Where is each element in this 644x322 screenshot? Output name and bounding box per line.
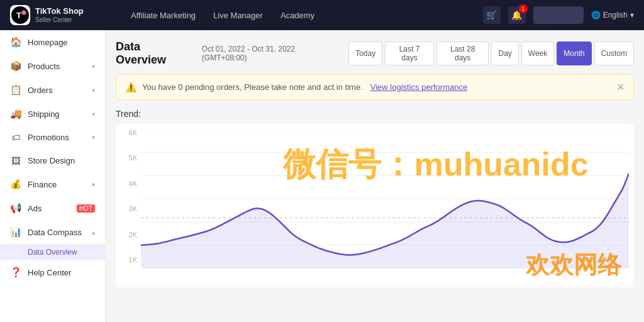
nav-shop-icon[interactable]: 🛒	[483, 6, 501, 24]
sidebar-item-finance[interactable]: 💰 Finance ▾	[0, 172, 105, 196]
y-label-1k: 1K	[116, 256, 141, 264]
top-nav: T TikTok Shop Seller Center Affiliate Ma…	[0, 0, 644, 30]
logo-area: T TikTok Shop Seller Center	[10, 5, 111, 25]
chevron-down-icon: ▾	[92, 181, 95, 188]
nav-right: 🛒 🔔 1 🌐 English ▾	[483, 6, 634, 24]
y-label-6k: 6K	[116, 129, 141, 136]
sidebar-item-ads[interactable]: 📢 Ads HOT	[0, 196, 105, 220]
home-icon: 🏠	[10, 36, 21, 48]
sidebar-label: Finance	[28, 180, 86, 189]
data-compass-icon: 📊	[10, 226, 21, 238]
alert-text: You have 0 pending orders, Please take n…	[142, 82, 363, 92]
y-label-4k: 4K	[116, 180, 141, 187]
orders-icon: 📋	[10, 84, 21, 96]
notification-badge: 1	[519, 4, 528, 13]
y-label-5k: 5K	[116, 154, 141, 162]
alert-link[interactable]: View logistics performance	[370, 82, 467, 92]
sidebar-label: Data Compass	[28, 228, 86, 237]
period-btn-last7[interactable]: Last 7 days	[385, 42, 434, 65]
brand-name: TikTok Shop	[35, 6, 84, 16]
shipping-icon: 🚚	[10, 108, 21, 119]
date-range: Oct 01, 2022 - Oct 31, 2022 (GMT+08:00)	[202, 45, 338, 62]
period-btn-month[interactable]: Month	[557, 42, 591, 65]
finance-icon: 💰	[10, 179, 21, 190]
sidebar-item-store-design[interactable]: 🖼 Store Design	[0, 149, 105, 172]
lang-label: English	[603, 11, 628, 19]
brand-sub: Seller Center	[35, 16, 84, 24]
period-btn-custom[interactable]: Custom	[594, 42, 634, 65]
sidebar-label: Store Design	[28, 156, 95, 165]
sidebar-label: Ads	[28, 204, 68, 213]
nav-bell-icon[interactable]: 🔔 1	[508, 6, 526, 24]
chevron-down-icon: ▾	[92, 63, 95, 70]
main-content: Data Overview Oct 01, 2022 - Oct 31, 202…	[106, 30, 644, 322]
sidebar-item-promotions[interactable]: 🏷 Promotions ▾	[0, 126, 105, 149]
y-label-2k: 2K	[116, 231, 141, 238]
close-icon[interactable]: ✕	[616, 81, 625, 93]
avatar-button[interactable]	[533, 6, 584, 24]
sidebar-label: Help Center	[28, 268, 95, 277]
promotions-icon: 🏷	[10, 132, 21, 143]
chart-y-axis: 1K 2K 3K 4K 5K 6K	[116, 124, 141, 269]
chevron-down-icon: ▾	[92, 111, 95, 118]
ads-icon: 📢	[10, 203, 21, 214]
page-title: Data Overview	[116, 40, 192, 67]
y-label-3k: 3K	[116, 205, 141, 213]
period-btn-last28[interactable]: Last 28 days	[436, 42, 489, 65]
sidebar-item-orders[interactable]: 📋 Orders ▾	[0, 78, 105, 102]
chevron-down-icon: ▾	[92, 87, 95, 94]
nav-academy[interactable]: Academy	[280, 8, 314, 23]
sidebar-item-shipping[interactable]: 🚚 Shipping ▾	[0, 102, 105, 126]
logo-icon: T	[10, 5, 30, 25]
trend-label: Trend:	[116, 109, 634, 119]
period-btn-day[interactable]: Day	[491, 42, 518, 65]
sidebar-label: Orders	[28, 86, 86, 95]
period-btn-week[interactable]: Week	[521, 42, 554, 65]
nav-affiliate-marketing[interactable]: Affiliate Marketing	[131, 8, 196, 23]
sidebar-item-homepage[interactable]: 🏠 Homepage	[0, 30, 105, 54]
nav-links: Affiliate Marketing Live Manager Academy	[131, 8, 463, 23]
sidebar-label: Promotions	[28, 133, 86, 142]
chart-area	[141, 129, 629, 269]
line-chart	[141, 129, 629, 269]
store-design-icon: 🖼	[10, 155, 21, 166]
products-icon: 📦	[10, 60, 21, 72]
sidebar-item-products[interactable]: 📦 Products ▾	[0, 54, 105, 78]
sub-label: Data Overview	[28, 248, 77, 257]
sidebar-label: Products	[28, 62, 86, 71]
period-buttons: Today Last 7 days Last 28 days Day Week …	[348, 42, 634, 65]
sidebar-label: Shipping	[28, 109, 86, 119]
hot-badge: HOT	[77, 204, 95, 213]
nav-live-manager[interactable]: Live Manager	[213, 8, 263, 23]
sidebar-item-data-compass[interactable]: 📊 Data Compass ▴	[0, 220, 105, 244]
page-header: Data Overview Oct 01, 2022 - Oct 31, 202…	[116, 40, 634, 67]
sidebar-item-help-center[interactable]: ❓ Help Center	[0, 260, 105, 284]
language-button[interactable]: 🌐 English ▾	[591, 11, 634, 19]
chevron-down-icon: ▾	[630, 11, 634, 19]
warning-icon: ⚠️	[125, 82, 137, 93]
globe-icon: 🌐	[591, 11, 601, 19]
chart-container: 1K 2K 3K 4K 5K 6K	[116, 124, 634, 287]
sidebar-sub-data-overview[interactable]: Data Overview	[0, 244, 105, 260]
svg-point-3	[23, 11, 26, 14]
layout: 🏠 Homepage 📦 Products ▾ 📋 Orders ▾ 🚚 Shi…	[0, 30, 644, 322]
sidebar-label: Homepage	[28, 38, 95, 47]
logo-text: TikTok Shop Seller Center	[35, 6, 84, 24]
period-btn-today[interactable]: Today	[348, 42, 382, 65]
svg-text:T: T	[16, 11, 21, 20]
help-icon: ❓	[10, 267, 21, 278]
alert-banner: ⚠️ You have 0 pending orders, Please tak…	[116, 74, 634, 100]
sidebar: 🏠 Homepage 📦 Products ▾ 📋 Orders ▾ 🚚 Shi…	[0, 30, 106, 322]
chevron-down-icon: ▾	[92, 134, 95, 141]
chevron-up-icon: ▴	[92, 229, 95, 236]
